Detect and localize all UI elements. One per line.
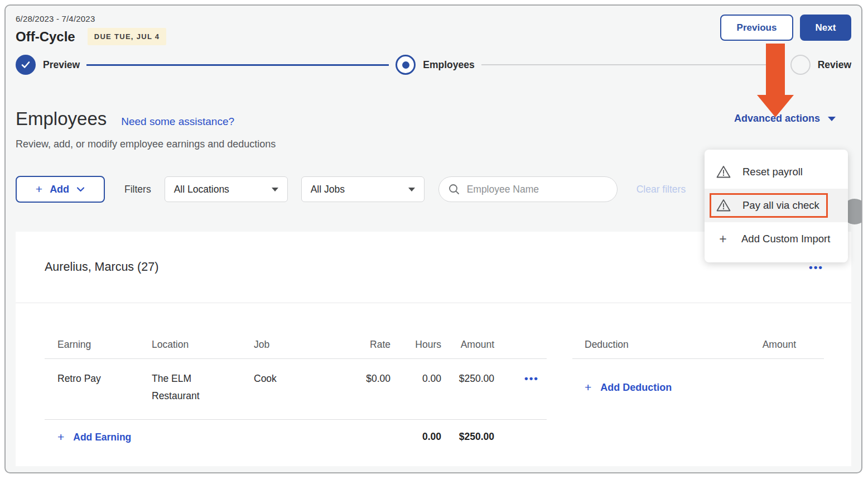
chevron-down-icon: [76, 186, 85, 192]
deductions-table: Deduction Amount Add Deduction: [572, 303, 824, 452]
add-button[interactable]: Add: [16, 176, 105, 203]
plus-icon: +: [716, 232, 730, 247]
check-icon: [20, 59, 31, 70]
col-job: Job: [254, 303, 343, 358]
employee-card: Aurelius, Marcus (27) ••• Earning Locati…: [16, 232, 851, 466]
jobs-filter-value: All Jobs: [311, 184, 345, 195]
earnings-header-row: Earning Location Job Rate Hours Amount: [45, 303, 547, 359]
col-rate: Rate: [343, 303, 390, 358]
search-icon: [448, 183, 460, 195]
location-filter-select[interactable]: All Locations: [165, 176, 288, 202]
caret-down-icon: [408, 188, 415, 191]
col-deduction-amount: Amount: [698, 303, 824, 358]
plus-icon: [57, 431, 64, 444]
step-employees-circle: [396, 55, 416, 75]
payroll-header-left: 6/28/2023 - 7/4/2023 Off-Cycle DUE TUE, …: [16, 13, 166, 45]
plus-icon: [585, 381, 591, 394]
earning-name-cell: Retro Pay: [57, 359, 152, 419]
employee-overflow-menu-icon[interactable]: •••: [809, 262, 823, 272]
menu-item-label: Pay all via check: [742, 199, 819, 212]
previous-button[interactable]: Previous: [720, 15, 793, 41]
advanced-actions-label: Advanced actions: [734, 113, 820, 124]
payroll-type-title: Off-Cycle: [16, 29, 75, 45]
add-deduction-button[interactable]: Add Deduction: [572, 381, 824, 394]
step-preview-label: Preview: [43, 59, 80, 71]
earnings-footer-row: Add Earning 0.00 $250.00: [45, 420, 547, 452]
step-employees-label: Employees: [423, 59, 474, 71]
earning-row-overflow-menu-icon[interactable]: •••: [524, 372, 539, 384]
next-button[interactable]: Next: [800, 15, 851, 41]
add-deduction-label: Add Deduction: [600, 382, 672, 394]
col-earning: Earning: [57, 303, 152, 358]
step-review-circle: [790, 55, 811, 75]
app-window: 6/28/2023 - 7/4/2023 Off-Cycle DUE TUE, …: [4, 4, 862, 473]
filters-label: Filters: [124, 184, 151, 195]
menu-item-reset-payroll[interactable]: Reset payroll: [705, 155, 848, 189]
jobs-filter-select[interactable]: All Jobs: [301, 176, 425, 202]
add-button-label: Add: [50, 184, 69, 195]
step-preview-circle: [16, 55, 36, 75]
deductions-header-row: Deduction Amount: [572, 303, 824, 359]
warning-triangle-icon: [716, 198, 731, 213]
caret-down-icon: [272, 188, 278, 191]
step-review-label: Review: [818, 59, 851, 71]
earning-hours-cell: 0.00: [390, 359, 441, 419]
employee-name: Aurelius, Marcus (27): [45, 260, 158, 274]
clear-filters-button[interactable]: Clear filters: [636, 184, 686, 195]
col-amount: Amount: [441, 303, 494, 358]
earnings-row: Retro Pay The ELM Restaurant Cook $0.00 …: [45, 359, 547, 420]
earning-amount-cell: $250.00: [441, 359, 494, 419]
advanced-actions-button[interactable]: Advanced actions: [734, 113, 836, 124]
assistance-link[interactable]: Need some assistance?: [121, 116, 234, 128]
employees-section-header: Employees Need some assistance? Review, …: [16, 108, 851, 150]
menu-item-add-custom-import[interactable]: + Add Custom Import: [705, 222, 848, 256]
stepper-connector-upcoming: [481, 64, 784, 65]
plus-icon: [36, 183, 42, 196]
total-hours: 0.00: [390, 420, 441, 452]
earning-job-cell: Cook: [254, 359, 343, 419]
warning-triangle-icon: [716, 165, 731, 179]
stepper-connector-complete: [86, 64, 389, 66]
menu-item-label: Add Custom Import: [741, 233, 830, 245]
page-title: Employees: [16, 108, 107, 130]
earning-rate-cell: $0.00: [343, 359, 390, 419]
earning-location-cell: The ELM Restaurant: [152, 359, 254, 419]
employee-search-input[interactable]: [467, 184, 608, 195]
menu-item-label: Reset payroll: [742, 166, 803, 178]
menu-item-pay-all-via-check[interactable]: Pay all via check: [705, 189, 848, 222]
step-review[interactable]: Review: [790, 55, 851, 75]
payroll-header: 6/28/2023 - 7/4/2023 Off-Cycle DUE TUE, …: [16, 6, 851, 45]
pay-period-date-range: 6/28/2023 - 7/4/2023: [16, 14, 166, 23]
payroll-stepper: Preview Employees Review: [16, 55, 851, 75]
location-filter-value: All Locations: [174, 184, 229, 195]
step-employees[interactable]: Employees: [396, 55, 474, 75]
step-preview[interactable]: Preview: [16, 55, 80, 75]
earnings-table: Earning Location Job Rate Hours Amount R…: [45, 303, 547, 452]
caret-down-icon: [828, 117, 836, 121]
due-date-badge: DUE TUE, JUL 4: [88, 28, 167, 45]
total-amount: $250.00: [441, 420, 494, 452]
page-subtitle: Review, add, or modify employee earnings…: [16, 138, 851, 150]
add-earning-label: Add Earning: [73, 432, 131, 443]
add-earning-button[interactable]: Add Earning: [57, 420, 390, 452]
employee-search: [438, 176, 618, 202]
col-deduction: Deduction: [572, 303, 698, 358]
col-location: Location: [152, 303, 254, 358]
col-hours: Hours: [390, 303, 441, 358]
advanced-actions-menu: Reset payroll Pay all via check + Add Cu…: [705, 150, 848, 262]
